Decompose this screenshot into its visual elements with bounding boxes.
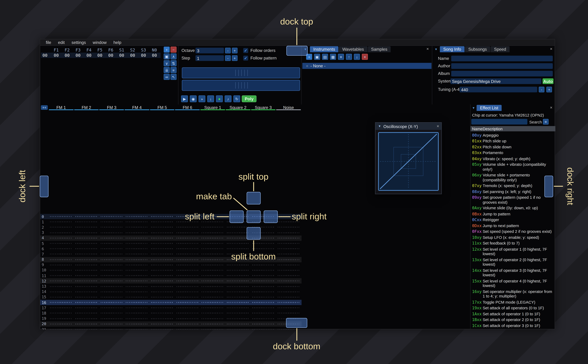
pattern-cell[interactable] — [175, 318, 200, 319]
pattern-cell[interactable] — [276, 297, 301, 298]
pattern-cell[interactable] — [124, 318, 150, 319]
channel-header-fm-6[interactable]: FM 6 — [175, 104, 200, 110]
pattern-cell[interactable] — [74, 275, 99, 276]
effect-row-10xy[interactable]: 10xySetup LFO (x: enable; y: speed) — [470, 234, 555, 240]
pattern-cell[interactable] — [74, 291, 99, 292]
pattern-cell[interactable] — [150, 216, 175, 217]
follow-pattern-checkbox[interactable]: ✓ — [243, 56, 248, 60]
pattern-cell[interactable] — [276, 259, 301, 260]
pattern-cell[interactable] — [200, 248, 225, 249]
pattern-row-15[interactable]: 15 — [40, 294, 302, 300]
pattern-cell[interactable] — [99, 324, 124, 324]
pattern-cell[interactable] — [175, 329, 200, 330]
pattern-cell[interactable] — [124, 307, 150, 308]
pattern-cell[interactable] — [200, 259, 225, 260]
pattern-cell[interactable] — [74, 313, 99, 314]
pattern-cell[interactable] — [99, 216, 124, 217]
effect-row-19xx[interactable]: 19xxSet attack of all operators (0 to 1F… — [470, 305, 555, 311]
pattern-cell[interactable] — [150, 232, 175, 233]
close-oscilloscope-button[interactable]: × — [437, 124, 439, 128]
split-right-target[interactable] — [264, 210, 278, 223]
pattern-cell[interactable] — [150, 281, 175, 281]
song-name-input[interactable] — [451, 56, 553, 61]
split-bottom-target[interactable] — [247, 227, 261, 240]
pattern-cell[interactable] — [124, 281, 150, 281]
pattern-cell[interactable] — [200, 254, 225, 255]
collapse-icon[interactable]: ▼ — [378, 124, 381, 128]
delete-instrument-button[interactable]: × — [362, 54, 368, 60]
tab-wavetables[interactable]: Wavetables — [339, 46, 367, 52]
step-one-row-button[interactable]: ↓ — [207, 95, 214, 102]
channel-header-square-1[interactable]: Square 1 — [200, 104, 225, 110]
pattern-cell[interactable] — [150, 259, 175, 260]
pattern-cell[interactable] — [276, 286, 301, 287]
pattern-cell[interactable] — [276, 329, 301, 330]
pattern-cell[interactable] — [48, 248, 74, 249]
pattern-cell[interactable] — [150, 254, 175, 255]
play-from-cursor-button[interactable]: » — [198, 95, 205, 102]
pattern-cell[interactable] — [251, 281, 276, 281]
menu-item-edit[interactable]: edit — [55, 40, 68, 45]
oscilloscope-window[interactable]: ▼ Oscilloscope (X-Y) × — [375, 122, 442, 194]
pattern-cell[interactable] — [124, 291, 150, 292]
pattern-cell[interactable] — [175, 281, 200, 281]
pattern-cell[interactable] — [200, 221, 225, 222]
play-pattern-button[interactable]: ◉ — [190, 95, 197, 102]
pattern-row-4[interactable]: 4 — [40, 235, 302, 241]
pattern-cell[interactable] — [48, 329, 74, 330]
pattern-cell[interactable] — [99, 227, 124, 228]
pattern-cell[interactable] — [48, 265, 74, 265]
order-collapse-button[interactable]: ≡ — [171, 67, 177, 73]
pattern-cell[interactable] — [251, 297, 276, 298]
move-order-down-button[interactable]: ∨ — [164, 60, 170, 66]
pattern-cell[interactable] — [124, 248, 150, 249]
channel-header-square-3[interactable]: Square 3 — [251, 104, 276, 110]
pattern-cell[interactable] — [74, 248, 99, 249]
close-song-info-button[interactable]: × — [550, 46, 552, 51]
pattern-cell[interactable] — [74, 232, 99, 233]
pattern-cell[interactable] — [150, 275, 175, 276]
duplicate-order-end-button[interactable]: ⇊ — [164, 67, 170, 73]
menu-item-help[interactable]: help — [110, 40, 125, 45]
pattern-cell[interactable] — [276, 254, 301, 255]
pattern-cell[interactable] — [175, 227, 200, 228]
dock-right-target[interactable] — [544, 176, 553, 197]
pattern-cell[interactable] — [225, 286, 251, 287]
pattern-cell[interactable] — [124, 275, 150, 276]
pattern-cell[interactable] — [175, 275, 200, 276]
tab-samples[interactable]: Samples — [368, 46, 391, 52]
pattern-cell[interactable] — [225, 324, 251, 324]
pattern-cell[interactable] — [99, 329, 124, 330]
metronome-button[interactable]: ♪ — [225, 95, 231, 102]
pattern-cell[interactable] — [124, 221, 150, 222]
save-instrument-button[interactable]: ▦ — [330, 54, 336, 60]
pattern-cell[interactable] — [99, 318, 124, 319]
pattern-cell[interactable] — [48, 243, 74, 244]
effect-row-0Cxx[interactable]: 0CxxRetrigger — [470, 217, 555, 223]
pattern-cell[interactable] — [225, 297, 251, 298]
effect-row-01xx[interactable]: 01xxPitch slide up — [470, 138, 555, 144]
pattern-cell[interactable] — [225, 329, 251, 330]
pattern-cell[interactable] — [48, 270, 74, 271]
pattern-cell[interactable] — [74, 221, 99, 222]
pattern-cell[interactable] — [276, 227, 301, 228]
dock-bottom-target[interactable] — [286, 318, 307, 328]
piano-lower-row[interactable] — [182, 80, 300, 91]
pattern-cell[interactable] — [74, 307, 99, 308]
pattern-cell[interactable] — [74, 259, 99, 260]
pattern-cell[interactable] — [276, 248, 301, 249]
pattern-cell[interactable] — [48, 324, 74, 324]
pattern-row-10[interactable]: 10 — [40, 267, 302, 273]
pattern-cell[interactable] — [150, 313, 175, 314]
pattern-cell[interactable] — [150, 248, 175, 249]
pattern-cell[interactable] — [200, 307, 225, 308]
pattern-cell[interactable] — [276, 281, 301, 281]
piano-upper-row[interactable] — [182, 67, 300, 78]
play-button[interactable]: ▶ — [181, 95, 188, 102]
menu-item-settings[interactable]: settings — [68, 40, 89, 45]
pattern-cell[interactable] — [124, 286, 150, 287]
effect-row-0Axy[interactable]: 0AxyVolume slide (0y: down, x0: up) — [470, 205, 555, 211]
pattern-cell[interactable] — [74, 243, 99, 244]
pattern-cell[interactable] — [276, 291, 301, 292]
pattern-cell[interactable] — [175, 248, 200, 249]
